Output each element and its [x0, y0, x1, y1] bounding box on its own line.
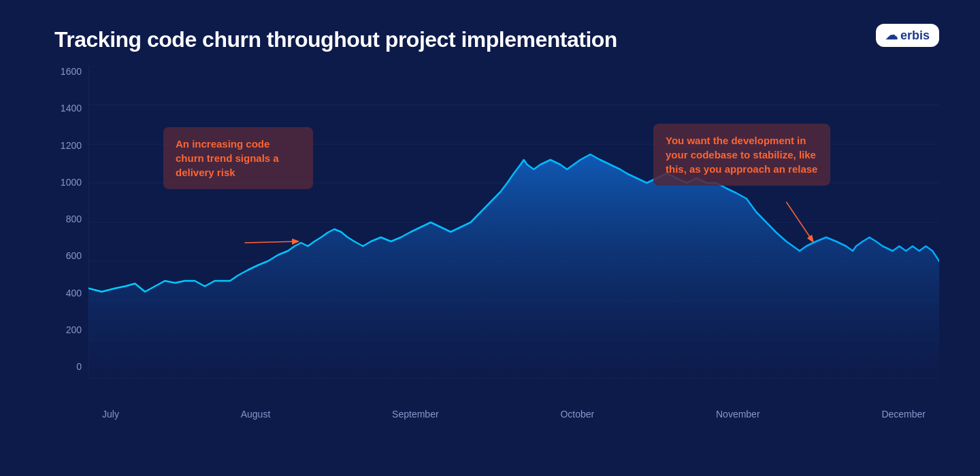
y-label-400: 400: [54, 288, 82, 299]
y-label-200: 200: [54, 324, 82, 335]
y-label-800: 800: [54, 214, 82, 224]
x-label-december: December: [881, 409, 926, 420]
chart-area: 0 200 400 600 800 1000 1200 1400 1600: [54, 66, 939, 420]
annotation-box-2: You want the development in your codebas…: [653, 124, 830, 186]
annotation-text-2: You want the development in your codebas…: [666, 135, 817, 175]
chart-svg: [88, 66, 939, 379]
y-label-1400: 1400: [54, 103, 82, 114]
logo-text: erbis: [900, 29, 930, 43]
x-label-july: July: [102, 409, 119, 420]
x-label-october: October: [560, 409, 594, 420]
chart-container: Tracking code churn throughout project i…: [0, 0, 980, 476]
annotation-box-1: An increasing code churn trend signals a…: [163, 127, 313, 189]
y-label-1000: 1000: [54, 177, 82, 188]
y-label-1200: 1200: [54, 140, 82, 151]
cloud-icon: ☁: [885, 28, 898, 43]
x-label-november: November: [716, 409, 760, 420]
y-label-1600: 1600: [54, 66, 82, 77]
x-label-august: August: [241, 409, 271, 420]
svg-line-10: [244, 241, 297, 243]
chart-title: Tracking code churn throughout project i…: [54, 27, 939, 52]
x-label-september: September: [392, 409, 438, 420]
y-label-0: 0: [54, 361, 82, 372]
y-label-600: 600: [54, 250, 82, 261]
erbis-logo: ☁ erbis: [876, 24, 939, 47]
svg-line-11: [786, 202, 813, 241]
y-axis: 0 200 400 600 800 1000 1200 1400 1600: [54, 66, 82, 379]
annotation-text-1: An increasing code churn trend signals a…: [176, 138, 279, 178]
x-axis: July August September October November D…: [88, 409, 939, 420]
